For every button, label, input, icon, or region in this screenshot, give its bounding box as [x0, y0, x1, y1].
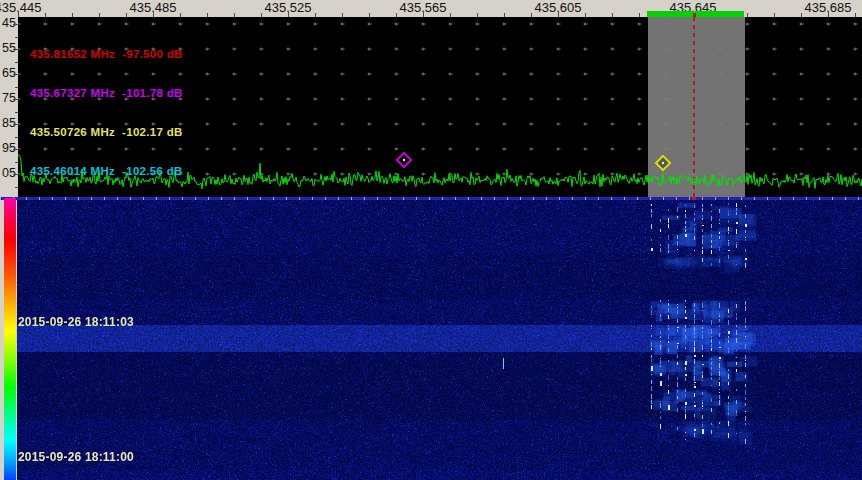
freq-axis-tick: [45, 13, 46, 17]
marker-readout-list: 435.81652 MHz -97.500 dB 435.67327 MHz -…: [30, 22, 183, 204]
spectrum-plot[interactable]: 435.81652 MHz -97.500 dB 435.67327 MHz -…: [18, 17, 862, 197]
freq-axis-tick: [828, 11, 829, 17]
marker-readout-line: 435.81652 MHz -97.500 dB: [30, 48, 183, 61]
marker-readout-line: 435.46014 MHz -102.56 dB: [30, 165, 183, 178]
db-axis-tick: [15, 37, 18, 38]
db-axis-tick: [15, 112, 18, 113]
marker-core-dot: [403, 159, 406, 162]
freq-axis-tick: [261, 13, 262, 17]
freq-axis-tick: [153, 11, 154, 17]
marker-readout-line: 435.50726 MHz -102.17 dB: [30, 126, 183, 139]
freq-axis-tick: [423, 11, 424, 17]
freq-axis-tick: [612, 13, 613, 17]
db-axis-tick: [13, 24, 18, 25]
db-axis-tick: [13, 74, 18, 75]
sdr-app-window: 435.81652 MHz -97.500 dB 435.67327 MHz -…: [0, 0, 862, 480]
freq-axis-tick: [18, 11, 19, 17]
db-axis-tick: [13, 149, 18, 150]
db-axis-tick: [13, 99, 18, 100]
center-frequency-tick: [693, 13, 696, 17]
plot-baseline: [0, 197, 862, 200]
freq-axis-tick: [99, 13, 100, 17]
freq-axis-tick: [288, 11, 289, 17]
db-axis-tick: [15, 62, 18, 63]
freq-axis-tick: [450, 13, 451, 17]
freq-tick-label: 435.445: [0, 0, 42, 15]
freq-axis-tick: [396, 13, 397, 17]
db-axis-tick: [15, 162, 18, 163]
marker-core-dot: [662, 162, 665, 165]
freq-axis-tick: [207, 13, 208, 17]
intensity-color-legend: [4, 198, 16, 480]
db-axis: 45556575859505: [0, 17, 18, 197]
freq-axis-tick: [801, 13, 802, 17]
freq-axis-tick: [504, 13, 505, 17]
db-axis-tick: [13, 49, 18, 50]
db-axis-tick: [15, 187, 18, 188]
freq-axis-tick: [180, 13, 181, 17]
freq-axis-tick: [126, 13, 127, 17]
db-axis-tick: [13, 174, 18, 175]
freq-axis-tick: [639, 13, 640, 17]
freq-axis-tick: [369, 13, 370, 17]
freq-axis-tick: [747, 13, 748, 17]
freq-axis-tick: [774, 13, 775, 17]
waterfall-timestamp: 2015-09-26 18:11:00: [18, 450, 134, 464]
freq-axis-tick: [477, 13, 478, 17]
freq-axis-tick: [315, 13, 316, 17]
waterfall-timestamp: 2015-09-26 18:11:03: [18, 315, 134, 329]
freq-axis-tick: [72, 13, 73, 17]
marker-readout-line: 435.67327 MHz -101.78 dB: [30, 87, 183, 100]
freq-axis-tick: [234, 13, 235, 17]
db-axis-tick: [13, 124, 18, 125]
tuning-selection-bar[interactable]: [647, 11, 744, 17]
waterfall-display[interactable]: [17, 200, 862, 480]
db-axis-tick: [15, 137, 18, 138]
freq-axis-tick: [342, 13, 343, 17]
freq-axis-tick: [558, 11, 559, 17]
center-frequency-baseline-tick: [692, 197, 696, 200]
freq-axis-tick: [855, 13, 856, 17]
db-axis-tick: [15, 87, 18, 88]
freq-axis-tick: [585, 13, 586, 17]
freq-axis-tick: [531, 13, 532, 17]
